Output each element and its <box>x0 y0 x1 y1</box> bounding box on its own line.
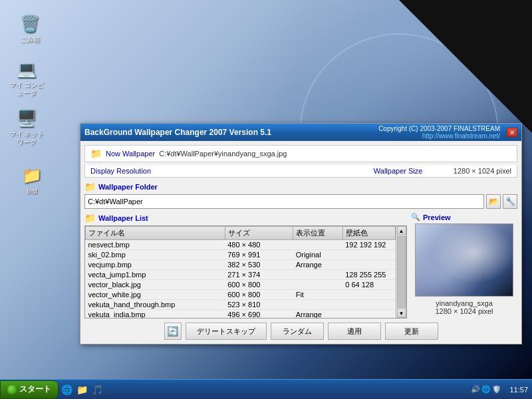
settings-button[interactable]: 🔧 <box>503 194 517 209</box>
wallpaper-table-body: nesvect.bmp480 × 480192 192 192ski_02.bm… <box>86 240 396 319</box>
preview-label: Preview <box>423 213 451 221</box>
dialog-title: BackGround Wallpaper Changer 2007 Versio… <box>84 128 271 137</box>
cell-color: 192 192 192 <box>342 240 395 250</box>
taskbar-items: 🌐 📁 🎵 <box>61 384 467 395</box>
col-display: 表示位置 <box>293 227 343 240</box>
scrollbar-down-button[interactable]: ▼ <box>397 309 406 318</box>
cell-size: 399 × 532 <box>225 280 293 290</box>
desktop: 🗑️ ごみ箱 💻 マイ コンピュータ 🖥️ マイ ネットワーク 📁 test B… <box>0 0 532 399</box>
apply-button[interactable]: 適用 <box>328 323 381 340</box>
wallpaper-folder-title: Wallpaper Folder <box>98 183 158 191</box>
now-wallpaper-label: Now Wallpaper <box>106 150 155 158</box>
delete-skip-button[interactable]: デリートスキップ <box>186 323 267 340</box>
browse-folder-button[interactable]: 📂 <box>486 194 501 209</box>
wallpaper-folder-header: 📁 Wallpaper Folder <box>84 182 517 192</box>
preview-image-inner <box>416 224 513 296</box>
test-folder-label: test <box>12 188 52 196</box>
cell-display: Original <box>293 250 343 260</box>
taskbar-folder-icon[interactable]: 📁 <box>76 384 88 395</box>
wallpaper-size-value: 1280 × 1024 pixel <box>454 167 511 175</box>
dialog-close-button[interactable]: ✕ <box>507 128 517 137</box>
preview-image <box>415 223 513 297</box>
tray-icon-2[interactable]: 🌐 <box>481 385 491 394</box>
cell-color: 128 255 255 <box>342 270 395 280</box>
tray-icon-3[interactable]: 🛡️ <box>492 385 501 394</box>
table-row[interactable]: nesvect.bmp480 × 480192 192 192 <box>86 240 396 250</box>
cell-filename: ski_02.bmp <box>86 250 225 260</box>
cell-filename: vekuta_india.bmp <box>86 310 225 319</box>
taskbar: スタート 🌐 📁 🎵 🔊 🌐 🛡️ 11:57 <box>0 379 532 399</box>
taskbar-media-icon[interactable]: 🎵 <box>92 384 103 395</box>
cell-display: Fit <box>293 290 343 300</box>
preview-search-icon: 🔍 <box>411 213 420 221</box>
start-label: スタート <box>19 384 51 395</box>
cell-display <box>293 280 343 290</box>
wallpaper-changer-dialog: BackGround Wallpaper Changer 2007 Versio… <box>80 123 522 344</box>
wallpaper-folder-icon: 📁 <box>84 182 96 192</box>
tray-icon-1[interactable]: 🔊 <box>471 385 480 394</box>
now-wallpaper-path: C:¥dt¥WallPaper¥yinandyang_sxga.jpg <box>159 150 287 158</box>
table-scrollbar[interactable]: ▲ ▼ <box>396 226 406 318</box>
folder-path-input[interactable] <box>84 194 484 209</box>
desktop-icon-recycle-bin[interactable]: 🗑️ ごみ箱 <box>10 13 50 44</box>
table-row[interactable]: vector_black.jpg600 × 8000 64 128 <box>86 280 396 290</box>
network-icon: 🖥️ <box>16 108 37 129</box>
cell-display <box>293 300 343 310</box>
wallpaper-list-header: 📁 Wallpaper List <box>84 213 407 223</box>
cell-size: 480 × 480 <box>225 240 293 250</box>
now-wallpaper-row: 📁 Now Wallpaper C:¥dt¥WallPaper¥yinandya… <box>84 145 517 162</box>
cell-color <box>342 310 395 319</box>
recycle-bin-icon: 🗑️ <box>19 13 41 35</box>
cell-color <box>342 290 395 300</box>
list-preview-row: 📁 Wallpaper List ファイル名 サイズ 表示位置 壁紙色 <box>84 213 517 319</box>
recycle-bin-label: ごみ箱 <box>10 36 50 44</box>
preview-size: 1280 × 1024 pixel <box>435 307 493 315</box>
table-row[interactable]: vekuta_india.bmp496 × 690Arrange <box>86 310 396 319</box>
col-filename: ファイル名 <box>86 227 225 240</box>
cell-display: Arrange <box>293 260 343 270</box>
table-row[interactable]: vecta_jump1.bmp271 × 374128 255 255 <box>86 270 396 280</box>
scrollbar-up-button[interactable]: ▲ <box>397 226 406 235</box>
wallpaper-list-icon: 📁 <box>84 213 96 223</box>
cell-size: 382 × 530 <box>225 260 293 270</box>
cell-color <box>342 300 395 310</box>
scrollbar-thumb[interactable] <box>397 236 406 308</box>
cell-filename: vekuta_hand_through.bmp <box>86 300 225 310</box>
update-button[interactable]: 更新 <box>385 323 438 340</box>
wallpaper-table-wrapper: ファイル名 サイズ 表示位置 壁紙色 nesvect.bmp480 × 4801… <box>84 225 407 319</box>
wallpaper-table: ファイル名 サイズ 表示位置 壁紙色 nesvect.bmp480 × 4801… <box>85 226 396 319</box>
table-row[interactable]: vector_white.jpg600 × 800Fit <box>86 290 396 300</box>
dialog-body: 📁 Now Wallpaper C:¥dt¥WallPaper¥yinandya… <box>80 141 521 344</box>
desktop-icon-my-computer[interactable]: 💻 マイ コンピュータ <box>7 59 47 97</box>
cell-size: 271 × 374 <box>225 270 293 280</box>
my-computer-label: マイ コンピュータ <box>7 81 47 97</box>
taskbar-ie-icon[interactable]: 🌐 <box>61 384 72 395</box>
preview-section: 🔍 Preview yinandyang_sxga 1280 × 1024 pi… <box>411 213 517 319</box>
desktop-icon-test[interactable]: 📁 test <box>12 165 52 196</box>
buttons-row: 🔄 デリートスキップ ランダム 適用 更新 <box>84 323 517 340</box>
refresh-icon-button[interactable]: 🔄 <box>164 323 182 340</box>
cell-filename: nesvect.bmp <box>86 240 225 250</box>
preview-header: 🔍 Preview <box>411 213 451 221</box>
table-row[interactable]: vecjump.bmp382 × 530Arrange <box>86 260 396 270</box>
table-row[interactable]: vekuta_hand_through.bmp523 × 810 <box>86 300 396 310</box>
network-label: マイ ネットワーク <box>7 130 47 146</box>
cell-size: 496 × 690 <box>225 310 293 319</box>
now-wallpaper-folder-icon: 📁 <box>90 148 102 159</box>
desktop-icon-network[interactable]: 🖥️ マイ ネットワーク <box>7 108 47 146</box>
cell-filename: vecjump.bmp <box>86 260 225 270</box>
cell-color <box>342 260 395 270</box>
cell-filename: vector_black.jpg <box>86 280 225 290</box>
dialog-copyright: Copyright (C) 2003-2007 FINALSTREAM http… <box>378 125 500 140</box>
table-header: ファイル名 サイズ 表示位置 壁紙色 <box>86 227 396 240</box>
table-row[interactable]: ski_02.bmp769 × 991Original <box>86 250 396 260</box>
info-row: Display Resolution Wallpaper Size 1280 ×… <box>84 165 517 178</box>
wallpaper-list-title: Wallpaper List <box>98 214 148 222</box>
cell-display <box>293 270 343 280</box>
col-size: サイズ <box>225 227 293 240</box>
cell-filename: vector_white.jpg <box>86 290 225 300</box>
display-resolution-label: Display Resolution <box>90 167 184 175</box>
preview-filename: yinandyang_sxga <box>436 299 493 307</box>
random-button[interactable]: ランダム <box>271 323 324 340</box>
start-button[interactable]: スタート <box>0 380 59 399</box>
